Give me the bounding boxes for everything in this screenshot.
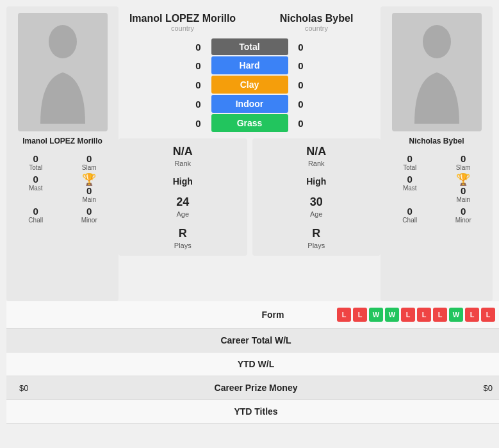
player-name-header-right: Nicholas Bybel country bbox=[252, 13, 380, 32]
bottom-stats: Form L L W W L L L W L L Career Total W/… bbox=[6, 301, 499, 424]
trophy-icon-right: 🏆 bbox=[456, 174, 470, 185]
ytd-titles-label: YTD Titles bbox=[160, 406, 352, 417]
stat-minor-left: 0 Minor bbox=[67, 206, 113, 224]
badge-4: W bbox=[385, 308, 399, 322]
career-total-wl-label: Career Total W/L bbox=[160, 335, 352, 345]
player-names-row: Imanol LOPEZ Morillo country Nicholas By… bbox=[119, 13, 380, 32]
high-item-right: High bbox=[306, 176, 326, 187]
stat-slam-right: 0 Slam bbox=[441, 153, 487, 171]
scores-surfaces: 0 Total 0 0 Hard 0 0 Clay 0 bbox=[119, 38, 380, 132]
player-card-right: Nicholas Bybel 0 Total 0 Slam 0 Mast 🏆 0 bbox=[380, 6, 493, 301]
rank-item-left: N/A Rank bbox=[173, 145, 193, 167]
info-card-left: N/A Rank High 24 Age R Plays bbox=[119, 138, 247, 256]
surface-row-grass: 0 Grass 0 bbox=[190, 114, 310, 132]
form-label: Form bbox=[218, 310, 295, 320]
age-item-left: 24 Age bbox=[176, 195, 189, 218]
badge-3: W bbox=[369, 308, 383, 322]
total-row: 0 Total 0 bbox=[190, 38, 310, 55]
stat-total-left: 0 Total bbox=[13, 153, 59, 171]
badge-6: L bbox=[417, 308, 431, 322]
stat-chall-left: 0 Chall bbox=[13, 206, 59, 224]
players-header: Imanol LOPEZ Morillo 0 Total 0 Slam 0 Ma… bbox=[6, 6, 493, 301]
surface-clay-button[interactable]: Clay bbox=[211, 76, 288, 94]
badge-7: L bbox=[433, 308, 447, 322]
rank-item-right: N/A Rank bbox=[306, 145, 326, 167]
player-name-left: Imanol LOPEZ Morillo bbox=[22, 137, 102, 145]
surface-hard-button[interactable]: Hard bbox=[211, 56, 288, 74]
avatar-right bbox=[392, 13, 482, 131]
high-item-left: High bbox=[173, 176, 193, 187]
age-item-right: 30 Age bbox=[310, 195, 323, 218]
player-card-left: Imanol LOPEZ Morillo 0 Total 0 Slam 0 Ma… bbox=[6, 6, 119, 301]
svg-point-1 bbox=[423, 25, 451, 58]
badge-2: L bbox=[353, 308, 367, 322]
main-container: Imanol LOPEZ Morillo 0 Total 0 Slam 0 Ma… bbox=[0, 0, 499, 430]
badge-10: L bbox=[481, 308, 495, 322]
badge-1: L bbox=[337, 308, 351, 322]
badge-5: L bbox=[401, 308, 415, 322]
svg-point-0 bbox=[49, 25, 77, 58]
badge-8: W bbox=[449, 308, 463, 322]
player-name-right: Nicholas Bybel bbox=[409, 137, 464, 145]
stat-main-right-trophy: 🏆 0 Main bbox=[441, 174, 487, 203]
badge-9: L bbox=[465, 308, 479, 322]
ytd-wl-label: YTD W/L bbox=[160, 359, 352, 369]
career-prize-left: $0 bbox=[19, 383, 160, 393]
center-section: Imanol LOPEZ Morillo country Nicholas By… bbox=[119, 6, 380, 256]
stat-slam-left: 0 Slam bbox=[67, 153, 113, 171]
stat-mast-right: 0 Mast bbox=[387, 174, 433, 203]
form-row: Form L L W W L L L W L L bbox=[6, 301, 499, 329]
career-prize-label: Career Prize Money bbox=[160, 383, 352, 393]
surface-row-indoor: 0 Indoor 0 bbox=[190, 95, 310, 113]
surface-row-clay: 0 Clay 0 bbox=[190, 76, 310, 94]
career-prize-right: $0 bbox=[352, 383, 493, 393]
ytd-titles-row: YTD Titles bbox=[6, 400, 499, 424]
stat-total-right: 0 Total bbox=[387, 153, 433, 171]
stat-minor-right: 0 Minor bbox=[441, 206, 487, 224]
avatar-left bbox=[18, 13, 108, 131]
info-card-right: N/A Rank High 30 Age R Plays bbox=[252, 138, 381, 256]
surface-row-hard: 0 Hard 0 bbox=[190, 56, 310, 74]
ytd-wl-row: YTD W/L bbox=[6, 353, 499, 376]
trophy-icon-left: 🏆 bbox=[82, 174, 96, 185]
stats-grid-left: 0 Total 0 Slam 0 Mast 🏆 0 Main 0 bbox=[13, 153, 112, 224]
stat-main-left-trophy: 🏆 0 Main bbox=[67, 174, 113, 203]
total-label: Total bbox=[211, 38, 288, 55]
stat-mast-left: 0 Mast bbox=[13, 174, 59, 203]
plays-item-left: R Plays bbox=[174, 227, 192, 249]
surface-indoor-button[interactable]: Indoor bbox=[211, 95, 288, 113]
info-cards-wrapper: N/A Rank High 24 Age R Plays bbox=[119, 138, 380, 256]
career-prize-row: $0 Career Prize Money $0 bbox=[6, 376, 499, 400]
stats-grid-right: 0 Total 0 Slam 0 Mast 🏆 0 Main 0 bbox=[387, 153, 486, 224]
surface-grass-button[interactable]: Grass bbox=[211, 114, 288, 132]
career-total-wl-row: Career Total W/L bbox=[6, 329, 499, 353]
player-name-header-left: Imanol LOPEZ Morillo country bbox=[119, 13, 247, 32]
plays-item-right: R Plays bbox=[307, 227, 325, 249]
stat-chall-right: 0 Chall bbox=[387, 206, 433, 224]
form-badges: L L W W L L L W L L bbox=[295, 308, 496, 322]
